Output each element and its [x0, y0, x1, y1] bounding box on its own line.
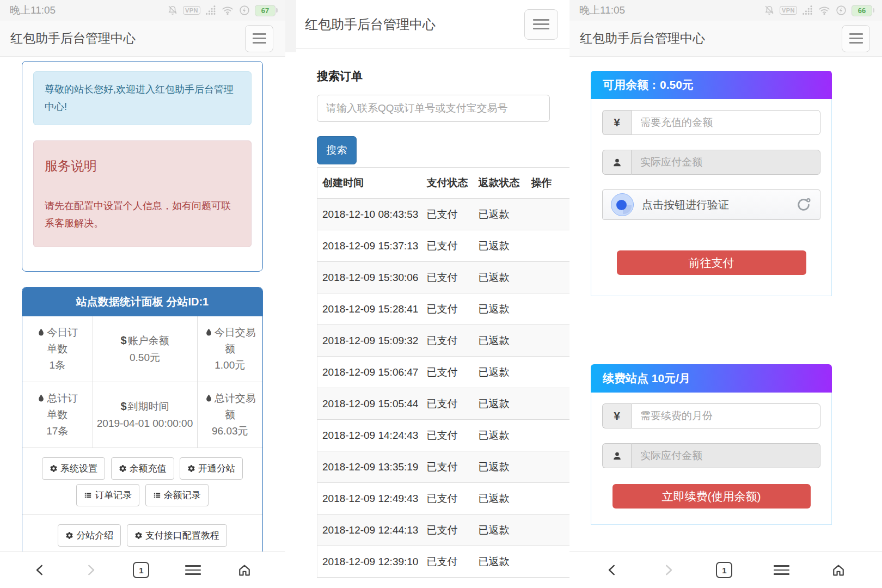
status-time: 晚上11:05	[579, 3, 625, 17]
hamburger-menu-button[interactable]	[245, 25, 273, 52]
bell-muted-icon	[167, 4, 179, 16]
substation-intro-button[interactable]: 分站介绍	[58, 524, 121, 547]
cell-actions	[526, 293, 570, 325]
open-substation-button[interactable]: 开通分站	[180, 457, 243, 480]
renew-payable-input[interactable]	[631, 443, 820, 468]
service-notice-title: 服务说明	[45, 154, 240, 177]
go-pay-button[interactable]: 前往支付	[617, 250, 806, 275]
right-page-content: 可用余额：0.50元 ¥ 点击按钮进行验证 前往支付	[569, 57, 882, 552]
browser-nav-bar: 1	[0, 552, 285, 588]
captcha-button-icon[interactable]	[611, 193, 634, 216]
nav-tabs-button[interactable]: 1	[133, 562, 149, 578]
cell-created-time: 2018-12-10 08:43:53	[317, 199, 422, 230]
cell-actions	[526, 199, 570, 230]
renew-months-input[interactable]	[631, 403, 820, 428]
signal-dots-icon	[205, 4, 217, 16]
table-row: 2018-12-09 15:37:13 已支付 已返款	[317, 230, 570, 262]
admin-buttons-section: 系统设置 余额充值 开通分站 订单记录 余额记录	[22, 448, 262, 514]
hamburger-menu-button[interactable]	[842, 25, 870, 52]
phone-screen-right: 晚上11:05 VPN 66 红包助手后台管理中心 可用余额：0.50元 ¥	[569, 0, 882, 588]
nav-back-button[interactable]	[33, 563, 47, 577]
system-settings-button[interactable]: 系统设置	[42, 457, 105, 480]
renew-months-group: ¥	[602, 403, 820, 428]
col-header-pay-status: 支付状态	[422, 168, 474, 199]
power-save-icon	[238, 4, 250, 16]
stats-table: 今日订单数 1条 $账户余额 0.50元 今日交易额 1.00元	[22, 316, 262, 448]
nav-back-button[interactable]	[605, 563, 620, 577]
cell-actions	[526, 388, 570, 420]
hamburger-menu-button[interactable]	[524, 9, 558, 40]
cell-actions	[526, 262, 570, 293]
page-title: 红包助手后台管理中心	[580, 30, 705, 47]
cell-created-time: 2018-12-09 15:06:47	[317, 357, 422, 388]
renew-card: 续费站点 10元/月 ¥ 立即续费(使用余额)	[591, 364, 832, 525]
signal-dots-icon	[801, 4, 813, 16]
screenshot-edge	[285, 0, 296, 52]
cell-actions	[526, 451, 570, 483]
balance-records-button[interactable]: 余额记录	[145, 484, 209, 506]
nav-home-button[interactable]	[237, 562, 252, 578]
balance-recharge-button[interactable]: 余额充值	[111, 457, 174, 480]
person-icon	[602, 443, 631, 468]
order-search-page: 搜索订单 搜索 创建时间 支付状态 返款状态 操作 2018-12-10 08:…	[285, 49, 569, 578]
table-row: 2018-12-09 15:05:44 已支付 已返款	[317, 388, 570, 420]
cell-pay-status: 已支付	[422, 420, 474, 451]
welcome-card: 尊敬的站长您好,欢迎进入红包助手后台管理中心! 服务说明 请先在配置中设置个人信…	[22, 61, 263, 272]
captcha-label: 点击按钮进行验证	[642, 198, 795, 212]
cell-pay-status: 已支付	[422, 546, 474, 578]
search-input[interactable]	[317, 95, 550, 122]
gear-icon	[50, 464, 58, 473]
renew-now-button[interactable]: 立即续费(使用余额)	[612, 484, 811, 509]
cell-created-time: 2018-12-09 15:05:44	[317, 388, 422, 420]
cell-actions	[526, 230, 570, 262]
battery-level: 66	[852, 5, 872, 16]
droplet-icon	[36, 394, 46, 403]
cell-refund-status: 已返款	[474, 546, 526, 578]
nav-tabs-button[interactable]: 1	[716, 562, 732, 578]
browser-nav-bar: 1	[569, 552, 882, 588]
gear-icon	[119, 464, 127, 473]
battery-icon: 66	[852, 5, 874, 16]
cell-pay-status: 已支付	[422, 262, 474, 293]
refresh-icon[interactable]	[795, 197, 812, 213]
cell-refund-status: 已返款	[474, 293, 526, 325]
list-icon	[84, 491, 92, 499]
stat-cell-today-volume: 今日交易额 1.00元	[197, 316, 262, 382]
col-header-created-time: 创建时间	[317, 168, 422, 199]
nav-home-button[interactable]	[831, 562, 846, 578]
status-time: 晚上11:05	[10, 3, 56, 17]
cell-refund-status: 已返款	[474, 230, 526, 262]
droplet-icon	[204, 328, 213, 337]
service-notice-alert: 服务说明 请先在配置中设置个人信息，如有问题可联系客服解决。	[33, 140, 252, 247]
wifi-icon	[818, 4, 831, 16]
table-row: 2018-12-09 12:39:10 已支付 已返款	[317, 546, 570, 578]
payment-config-tutorial-button[interactable]: 支付接口配置教程	[127, 524, 227, 547]
cell-created-time: 2018-12-09 13:35:19	[317, 451, 422, 483]
cell-actions	[526, 325, 570, 357]
left-page-content: 尊敬的站长您好,欢迎进入红包助手后台管理中心! 服务说明 请先在配置中设置个人信…	[0, 57, 285, 552]
payable-amount-input[interactable]	[631, 150, 820, 175]
cell-pay-status: 已支付	[422, 483, 474, 514]
nav-menu-button[interactable]	[774, 562, 789, 578]
nav-menu-button[interactable]	[185, 562, 201, 578]
order-records-button[interactable]: 订单记录	[76, 484, 139, 506]
cell-pay-status: 已支付	[422, 230, 474, 262]
cell-created-time: 2018-12-09 15:28:41	[317, 293, 422, 325]
stat-cell-expire-time: $到期时间 2019-04-01 00:00:00	[93, 382, 197, 448]
info-buttons-section: 分站介绍 支付接口配置教程	[22, 514, 262, 552]
search-button[interactable]: 搜索	[317, 136, 357, 164]
page-title: 红包助手后台管理中心	[305, 16, 436, 33]
cell-pay-status: 已支付	[422, 357, 474, 388]
nav-forward-button[interactable]	[83, 563, 97, 577]
vpn-badge: VPN	[183, 6, 200, 15]
stat-cell-today-orders: 今日订单数 1条	[22, 316, 93, 382]
cell-pay-status: 已支付	[422, 325, 474, 357]
cell-created-time: 2018-12-09 12:39:10	[317, 546, 422, 578]
page-title: 红包助手后台管理中心	[10, 30, 136, 47]
table-row: 2018-12-09 15:28:41 已支付 已返款	[317, 293, 570, 325]
nav-forward-button[interactable]	[661, 563, 675, 577]
table-row: 2018-12-09 14:24:43 已支付 已返款	[317, 420, 570, 451]
recharge-amount-input[interactable]	[631, 110, 820, 135]
cell-refund-status: 已返款	[474, 262, 526, 293]
captcha-verify-widget[interactable]: 点击按钮进行验证	[602, 189, 820, 220]
